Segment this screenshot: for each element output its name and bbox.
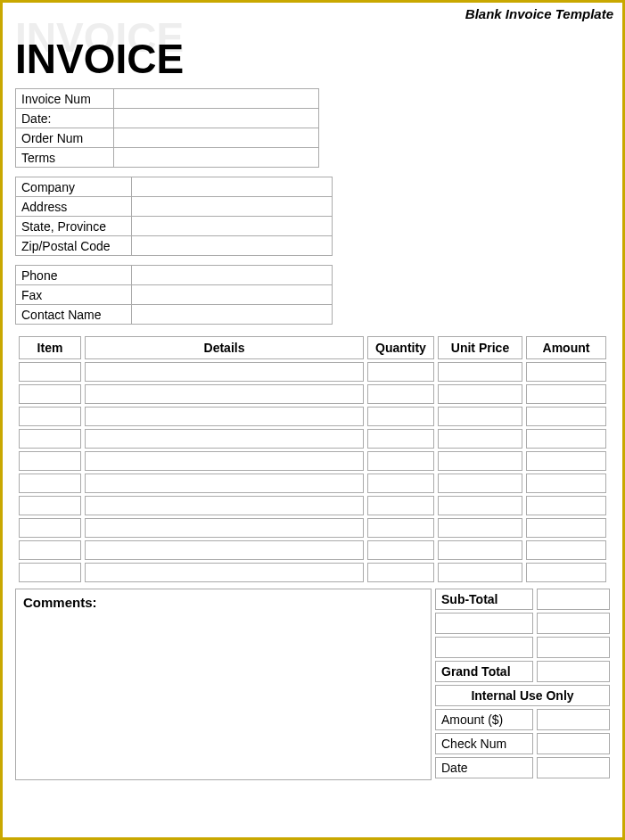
contact-block: Phone Fax Contact Name [15,265,610,325]
invoice-meta-block: Invoice Num Date: Order Num Terms [15,88,610,168]
blank-value[interactable] [537,637,610,658]
grand-total-value[interactable] [537,661,610,682]
grand-total-row: Grand Total [435,661,610,682]
price-cell[interactable] [438,451,522,471]
contact-row: Phone [16,266,333,285]
contact-value[interactable] [132,285,333,305]
item-row [19,563,606,582]
meta-value[interactable] [114,148,319,168]
details-cell[interactable] [85,540,364,560]
amount-cell[interactable] [526,496,606,515]
qty-cell[interactable] [367,474,434,493]
internal-amount-value[interactable] [537,709,610,730]
totals-column: Sub-Total Grand Total Internal Use Only … [435,589,610,780]
blank-total-row [435,613,610,634]
price-cell[interactable] [438,362,522,382]
amount-cell[interactable] [526,407,606,426]
item-cell[interactable] [19,429,81,449]
qty-cell[interactable] [367,518,434,538]
col-header-unit-price: Unit Price [438,336,522,359]
price-cell[interactable] [438,540,522,560]
meta-value[interactable] [114,128,319,148]
qty-cell[interactable] [367,563,434,582]
grand-total-label: Grand Total [435,661,533,682]
internal-check-row: Check Num [435,733,610,754]
qty-cell[interactable] [367,540,434,560]
company-value[interactable] [132,197,333,217]
meta-value[interactable] [114,89,319,109]
blank-value[interactable] [537,613,610,634]
amount-cell[interactable] [526,429,606,449]
item-cell[interactable] [19,563,81,582]
company-label: Address [16,197,132,217]
qty-cell[interactable] [367,407,434,426]
item-cell[interactable] [19,474,81,493]
item-cell[interactable] [19,451,81,471]
qty-cell[interactable] [367,362,434,382]
amount-cell[interactable] [526,451,606,471]
item-cell[interactable] [19,407,81,426]
amount-cell[interactable] [526,362,606,382]
internal-date-value[interactable] [537,757,610,778]
meta-row: Date: [16,109,319,128]
item-cell[interactable] [19,540,81,560]
internal-date-row: Date [435,757,610,778]
contact-value[interactable] [132,305,333,325]
items-header-row: Item Details Quantity Unit Price Amount [19,336,606,359]
price-cell[interactable] [438,518,522,538]
meta-label: Date: [16,109,114,128]
details-cell[interactable] [85,384,364,404]
contact-value[interactable] [132,266,333,285]
company-row: Address [16,197,333,217]
qty-cell[interactable] [367,429,434,449]
price-cell[interactable] [438,496,522,515]
items-table: Item Details Quantity Unit Price Amount [15,334,610,585]
invoice-meta-table: Invoice Num Date: Order Num Terms [15,88,319,168]
company-row: Company [16,177,333,197]
subtotal-value[interactable] [537,589,610,610]
qty-cell[interactable] [367,496,434,515]
amount-cell[interactable] [526,474,606,493]
item-cell[interactable] [19,518,81,538]
meta-value[interactable] [114,109,319,128]
details-cell[interactable] [85,451,364,471]
item-cell[interactable] [19,384,81,404]
details-cell[interactable] [85,496,364,515]
amount-cell[interactable] [526,563,606,582]
details-cell[interactable] [85,518,364,538]
details-cell[interactable] [85,474,364,493]
subtotal-row: Sub-Total [435,589,610,610]
amount-cell[interactable] [526,518,606,538]
item-cell[interactable] [19,362,81,382]
amount-cell[interactable] [526,540,606,560]
details-cell[interactable] [85,429,364,449]
price-cell[interactable] [438,474,522,493]
amount-cell[interactable] [526,384,606,404]
blank-label[interactable] [435,613,533,634]
company-value[interactable] [132,177,333,197]
details-cell[interactable] [85,407,364,426]
qty-cell[interactable] [367,451,434,471]
price-cell[interactable] [438,563,522,582]
internal-amount-label: Amount ($) [435,709,533,730]
blank-total-row [435,637,610,658]
price-cell[interactable] [438,407,522,426]
contact-table: Phone Fax Contact Name [15,265,333,325]
internal-check-label: Check Num [435,733,533,754]
comments-box[interactable]: Comments: [15,589,432,780]
item-row [19,362,606,382]
internal-check-value[interactable] [537,733,610,754]
invoice-page: Blank Invoice Template INVOICE INVOICE I… [0,0,625,840]
price-cell[interactable] [438,429,522,449]
details-cell[interactable] [85,362,364,382]
blank-label[interactable] [435,637,533,658]
price-cell[interactable] [438,384,522,404]
company-value[interactable] [132,236,333,256]
company-label: State, Province [16,217,132,236]
details-cell[interactable] [85,563,364,582]
internal-use-header: Internal Use Only [435,685,610,706]
company-value[interactable] [132,217,333,236]
item-cell[interactable] [19,496,81,515]
item-row [19,451,606,471]
qty-cell[interactable] [367,384,434,404]
